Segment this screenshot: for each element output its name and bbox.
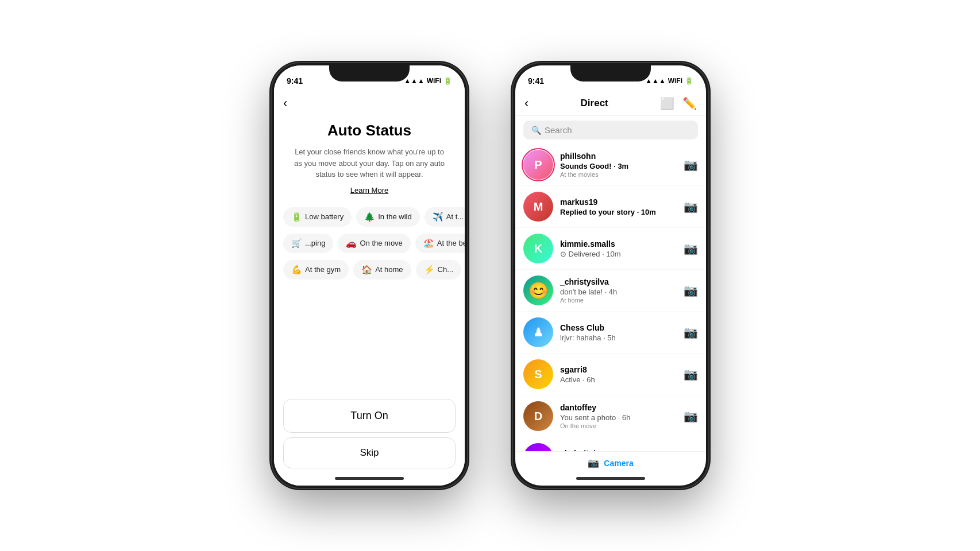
- avatar-wrap: S: [523, 359, 553, 389]
- message-preview: don't be late! · 4h: [560, 288, 677, 296]
- list-item[interactable]: D dantoffey You sent a photo · 6h On the…: [515, 395, 706, 437]
- house-emoji: 🏠: [361, 265, 372, 275]
- tag-at-the-beach[interactable]: 🏖️ At the bea...: [415, 234, 465, 253]
- actions-section: Turn On Skip: [274, 393, 465, 486]
- camera-icon[interactable]: 📷: [684, 284, 698, 297]
- tag-low-battery[interactable]: 🔋 Low battery: [283, 207, 352, 227]
- wifi-icon: WiFi: [427, 77, 441, 85]
- tag-label: At t...: [446, 212, 464, 221]
- avatar: C: [523, 443, 553, 451]
- message-info: sgarri8 Active · 6h: [560, 365, 677, 384]
- tag-on-the-move[interactable]: 🚗 On the move: [338, 234, 410, 253]
- avatar: S: [523, 359, 553, 389]
- username: kimmie.smalls: [560, 239, 677, 249]
- nav-bar: ‹: [274, 91, 465, 116]
- tag-label: Ch...: [438, 265, 453, 274]
- story-ring: [522, 148, 555, 181]
- message-subtext: At the movies: [560, 171, 677, 178]
- back-button[interactable]: ‹: [283, 96, 287, 111]
- camera-icon-bottom: 📷: [588, 457, 599, 468]
- avatar-wrap: P: [523, 150, 553, 180]
- tag-shopping[interactable]: 🛒 ...ping: [283, 234, 333, 253]
- learn-more-link[interactable]: Learn More: [274, 183, 465, 204]
- battery-icon: 🔋: [443, 77, 452, 85]
- notch: [570, 65, 651, 82]
- auto-status-description: Let your close friends know what you're …: [274, 146, 465, 183]
- message-info: markus19 Replied to your story · 10m: [560, 197, 677, 216]
- time-display: 9:41: [528, 76, 544, 86]
- home-indicator[interactable]: [576, 477, 645, 480]
- camera-icon[interactable]: 📷: [684, 200, 698, 214]
- camera-icon[interactable]: 📷: [684, 158, 698, 172]
- avatar-wrap: K: [523, 234, 553, 263]
- message-info: phillsohn Sounds Good! · 3m At the movie…: [560, 152, 677, 178]
- status-tags-section: 🔋 Low battery 🌲 In the wild ✈️ At t...: [274, 204, 465, 394]
- search-placeholder: Search: [545, 125, 572, 135]
- camera-icon[interactable]: 📷: [684, 409, 698, 423]
- tag-label: Low battery: [305, 212, 344, 221]
- list-item[interactable]: M markus19 Replied to your story · 10m 📷: [515, 186, 706, 228]
- turn-on-button[interactable]: Turn On: [283, 399, 456, 433]
- avatar: ♟: [523, 317, 553, 347]
- cart-emoji: 🛒: [291, 238, 302, 249]
- message-preview: Sounds Good! · 3m: [560, 162, 677, 170]
- username: Chess Club: [560, 323, 677, 332]
- direct-title: Direct: [528, 98, 660, 109]
- list-item[interactable]: P phillsohn Sounds Good! · 3m At the mov…: [515, 144, 706, 186]
- notch: [329, 65, 410, 82]
- tag-traveling[interactable]: ✈️ At t...: [425, 207, 465, 227]
- tags-row-3: 💪 At the gym 🏠 At home ⚡ Ch...: [274, 257, 465, 283]
- list-item[interactable]: S sgarri8 Active · 6h 📷: [515, 354, 706, 395]
- compose-icon[interactable]: ✏️: [682, 96, 697, 110]
- message-info: dantoffey You sent a photo · 6h On the m…: [560, 403, 677, 429]
- username: sgarri8: [560, 365, 677, 374]
- tag-label: ...ping: [305, 239, 325, 247]
- bottom-camera-bar[interactable]: 📷 Camera: [515, 451, 706, 486]
- nav-icons: ⬜ ✏️: [660, 96, 697, 110]
- status-icons: ▲▲▲ WiFi 🔋: [404, 77, 452, 85]
- battery-icon: 🔋: [685, 77, 693, 85]
- tag-label: At home: [375, 265, 403, 274]
- tag-at-home[interactable]: 🏠 At home: [353, 260, 411, 280]
- camera-icon[interactable]: 📷: [684, 367, 698, 381]
- avatar-wrap: D: [523, 401, 553, 431]
- tree-emoji: 🌲: [364, 212, 375, 222]
- list-item[interactable]: C chcboitoi such a purday photo!!! · 6h …: [515, 437, 706, 451]
- direct-nav: ‹ Direct ⬜ ✏️: [515, 91, 706, 116]
- tag-in-the-wild[interactable]: 🌲 In the wild: [356, 207, 420, 227]
- message-preview: ⊙ Delivered · 10m: [560, 250, 677, 258]
- page-title: Auto Status: [274, 116, 465, 146]
- tag-label: On the move: [360, 239, 402, 247]
- bolt-emoji: ⚡: [424, 265, 435, 275]
- message-preview: You sent a photo · 6h: [560, 413, 677, 422]
- message-subtext: On the move: [560, 422, 677, 429]
- signal-icon: ▲▲▲: [404, 77, 425, 85]
- tag-charging[interactable]: ⚡ Ch...: [416, 260, 461, 280]
- skip-button[interactable]: Skip: [283, 437, 456, 468]
- camera-icon[interactable]: 📷: [684, 242, 698, 255]
- message-info: _christysilva don't be late! · 4h At hom…: [560, 277, 677, 304]
- list-item[interactable]: K kimmie.smalls ⊙ Delivered · 10m 📷: [515, 228, 706, 270]
- tag-label: At the gym: [305, 265, 341, 274]
- username: markus19: [560, 197, 677, 207]
- video-icon[interactable]: ⬜: [660, 96, 674, 110]
- username: dantoffey: [560, 403, 677, 412]
- home-indicator[interactable]: [335, 477, 404, 480]
- list-item[interactable]: ♟ Chess Club lrjvr: hahaha · 5h 📷: [515, 312, 706, 354]
- status-icons: ▲▲▲ WiFi 🔋: [645, 77, 693, 85]
- tag-label: In the wild: [378, 212, 412, 221]
- phone-auto-status: 9:41 ▲▲▲ WiFi 🔋 ‹ Auto Status Let your c…: [272, 63, 467, 488]
- message-info: Chess Club lrjvr: hahaha · 5h: [560, 323, 677, 342]
- back-button[interactable]: ‹: [524, 96, 528, 111]
- camera-label: Camera: [604, 459, 633, 468]
- tag-at-the-gym[interactable]: 💪 At the gym: [283, 260, 349, 280]
- avatar: D: [523, 401, 553, 431]
- tags-row-1: 🔋 Low battery 🌲 In the wild ✈️ At t...: [274, 204, 465, 230]
- time-display: 9:41: [287, 76, 303, 86]
- list-item[interactable]: 😊 _christysilva don't be late! · 4h At h…: [515, 270, 706, 312]
- camera-icon[interactable]: 📷: [684, 325, 698, 339]
- search-bar[interactable]: 🔍 Search: [523, 121, 698, 139]
- search-icon: 🔍: [531, 126, 541, 135]
- tags-row-2: 🛒 ...ping 🚗 On the move 🏖️ At the bea...: [274, 230, 465, 257]
- scene: 9:41 ▲▲▲ WiFi 🔋 ‹ Auto Status Let your c…: [272, 63, 708, 488]
